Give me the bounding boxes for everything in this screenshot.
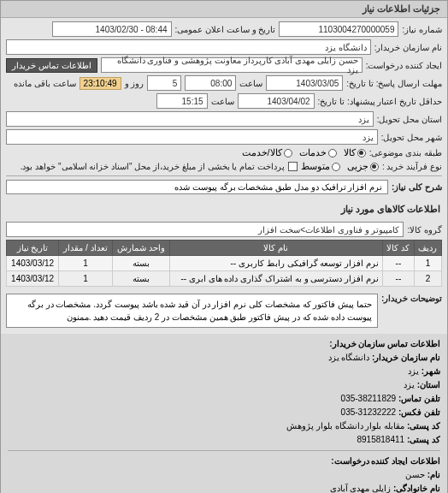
request-number-field: 1103004270000059 <box>279 21 398 37</box>
radio-icon <box>328 149 337 157</box>
days-label: روز و <box>125 79 144 88</box>
deadline-time-field: 08:00 <box>185 75 236 91</box>
request-number-label: شماره نیاز: <box>402 25 442 34</box>
radio-icon <box>332 163 340 171</box>
col-unit: واحد شمارش <box>112 241 169 256</box>
radio-icon <box>370 163 379 171</box>
process-radios: جزیی متوسط <box>301 161 379 172</box>
time-label-1: ساعت <box>239 79 262 88</box>
delivery-deadline-label: حداقل تاریخ اعتبار پیشنهاد: تا تاریخ: <box>318 97 442 106</box>
details-container: جزئیات اطلاعات نیاز شماره نیاز: 11030042… <box>0 0 448 493</box>
summary-field: نرم افزار ترافیک دو مدل طبق مشخصات برگه … <box>6 180 388 194</box>
city-label: شهر محل تحویل: <box>381 133 442 142</box>
creator-field: حسن زایلی مهدی آبادی کارپرداز معاونت پژو… <box>101 57 363 73</box>
radio-jozi[interactable]: جزیی <box>347 161 379 172</box>
days-field: 5 <box>147 75 181 91</box>
col-idx: ردیف <box>414 241 441 256</box>
state-field: یزد <box>6 111 374 127</box>
classification-label: طبقه بندی موضوعی: <box>369 148 442 157</box>
delivery-time-field: 15:15 <box>156 93 208 109</box>
contact-buyer-section: اطلاعات تماس سازمان خریدار: نام سازمان خ… <box>1 334 447 493</box>
time-label-2: ساعت <box>211 97 234 106</box>
group-field: کامپیوتر و فناوری اطلاعات>سخت افزار <box>6 222 404 237</box>
goods-table: ردیف کد کالا نام کالا واحد شمارش تعداد /… <box>6 240 442 287</box>
creator-label: ایجاد کننده درخواست: <box>366 61 442 70</box>
public-datetime-field: 08:44 - 1403/02/30 <box>52 21 172 37</box>
state-label: استان محل تحویل: <box>377 115 442 124</box>
buyer-name-label: نام سازمان خریدار: <box>374 43 442 52</box>
radio-khadamat[interactable]: خدمات <box>299 147 337 158</box>
delivery-date-field: 1403/04/02 <box>238 93 315 109</box>
table-row: 2 -- نرم افزار دسترسی و به اشتراک گذاری … <box>7 271 442 287</box>
contact-buyer-header: اطلاعات تماس سازمان خریدار: <box>8 337 440 351</box>
contact-creator-header: اطلاعات ایجاد کننده درخواست: <box>8 454 440 468</box>
remaining-label: ساعت باقی مانده <box>14 79 76 88</box>
summary-label: شرح کلی نیاز: <box>392 182 442 192</box>
radio-kala-khadamat[interactable]: کالا/خدمت <box>242 147 292 158</box>
buyer-notes-label: توضیحات خریدار: <box>381 294 442 303</box>
table-header-row: ردیف کد کالا نام کالا واحد شمارش تعداد /… <box>7 241 442 256</box>
col-name: نام کالا <box>169 241 382 256</box>
deadline-label: مهلت ارسال پاسخ: تا تاریخ: <box>346 79 442 88</box>
radio-icon <box>357 149 366 157</box>
page-title: جزئیات اطلاعات نیاز <box>1 1 447 18</box>
buyer-notes-text: حتما پیش فاکتور که مشخصات کلی نرم افزار … <box>6 294 378 328</box>
table-row: 1 -- نرم افزار توسعه گرافیکی رابط کاربری… <box>7 256 442 271</box>
col-date: تاریخ نیاز <box>7 241 59 256</box>
classification-radios: کالا خدمات کالا/خدمت <box>242 147 366 158</box>
city-field: یزد <box>6 129 378 145</box>
remaining-time-field: 23:10:49 <box>80 77 121 90</box>
public-datetime-label: تاریخ و ساعت اعلان عمومی: <box>175 25 276 34</box>
deadline-date-field: 1403/03/05 <box>266 75 343 91</box>
radio-kala[interactable]: کالا <box>344 147 366 158</box>
form-section: شماره نیاز: 1103004270000059 تاریخ و ساع… <box>1 18 447 200</box>
col-qty: تعداد / مقدار <box>59 241 113 256</box>
treasury-checkbox[interactable] <box>288 162 298 171</box>
process-label: نوع فرآیند خرید : <box>382 162 442 171</box>
radio-motavasset[interactable]: متوسط <box>301 161 340 172</box>
group-label: گروه کالا: <box>407 225 442 235</box>
buyer-name-field: دانشگاه یزد <box>6 39 371 55</box>
process-note: پرداخت تمام یا بخشی از مبلغ خرید،از محل … <box>21 162 285 171</box>
contact-buyer-link[interactable]: اطلاعات تماس خریدار <box>6 58 97 73</box>
radio-icon <box>284 149 292 157</box>
col-code: کد کالا <box>382 241 414 256</box>
goods-header: اطلاعات کالاهای مورد نیاز <box>1 200 447 218</box>
